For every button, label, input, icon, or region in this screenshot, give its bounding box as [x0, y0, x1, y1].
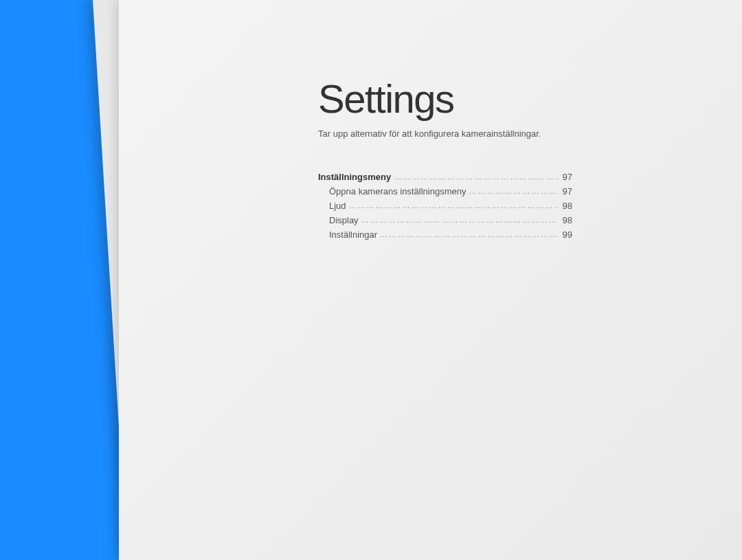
toc-leader [391, 172, 559, 181]
toc-row: Öppna kamerans inställningsmeny 97 [318, 186, 572, 197]
document-page: Settings Tar upp alternativ för att konf… [119, 0, 742, 560]
toc-page-number: 97 [559, 172, 572, 182]
toc-page-number: 97 [559, 186, 572, 197]
toc-page-number: 98 [559, 215, 572, 225]
page-subtitle: Tar upp alternativ för att konfigurera k… [318, 128, 742, 139]
toc-label: Inställningar [329, 229, 377, 240]
toc-leader [359, 216, 559, 224]
toc-leader [346, 201, 559, 210]
toc-leader [466, 187, 559, 195]
toc-leader [377, 230, 559, 238]
toc-label: Inställningsmeny [318, 172, 391, 182]
toc-row: Ljud 98 [318, 201, 572, 211]
toc-row: Inställningar 99 [318, 229, 572, 240]
page-title: Settings [318, 76, 742, 122]
toc-row: Display 98 [318, 215, 572, 225]
toc-row: Inställningsmeny 97 [318, 172, 572, 182]
table-of-contents: Inställningsmeny 97 Öppna kamerans instä… [318, 172, 572, 240]
toc-page-number: 99 [559, 229, 572, 240]
toc-page-number: 98 [559, 201, 572, 211]
toc-label: Ljud [329, 201, 346, 211]
toc-label: Display [329, 215, 359, 225]
toc-label: Öppna kamerans inställningsmeny [329, 186, 466, 197]
